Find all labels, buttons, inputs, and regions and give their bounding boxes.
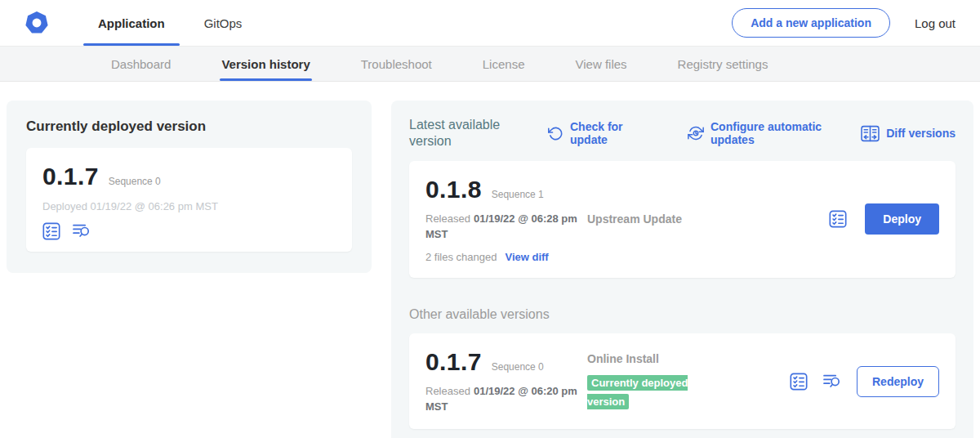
other-version-number: 0.1.7 bbox=[425, 348, 482, 376]
deployed-timestamp: Deployed 01/19/22 @ 06:26 pm MST bbox=[42, 200, 336, 212]
subnav-item-registry-settings[interactable]: Registry settings bbox=[671, 47, 775, 81]
subnav-label: Registry settings bbox=[678, 57, 768, 71]
app-subnav: Dashboard Version history Troubleshoot L… bbox=[0, 47, 980, 82]
available-panel-header: Latest available version Check for updat… bbox=[409, 117, 956, 150]
active-subnav-indicator bbox=[220, 78, 311, 81]
diff-versions-label: Diff versions bbox=[886, 127, 956, 140]
latest-version-info: 0.1.8 Sequence 1 Released01/19/22 @ 06:2… bbox=[425, 176, 587, 263]
subnav-label: Troubleshoot bbox=[361, 57, 432, 71]
subnav-item-view-files[interactable]: View files bbox=[568, 47, 633, 81]
other-version-actions: Redeploy bbox=[790, 366, 939, 397]
main-content: Currently deployed version 0.1.7 Sequenc… bbox=[0, 82, 980, 438]
subnav-label: View files bbox=[575, 57, 626, 71]
version-row: 0.1.8 Sequence 1 bbox=[425, 176, 587, 203]
release-notes-icon[interactable] bbox=[42, 222, 60, 240]
subnav-item-version-history[interactable]: Version history bbox=[215, 47, 316, 81]
latest-released-timestamp: Released01/19/22 @ 06:28 pm MST bbox=[425, 212, 581, 243]
other-versions-title: Other available versions bbox=[409, 307, 956, 322]
subnav-label: Dashboard bbox=[111, 57, 171, 71]
latest-version-actions: Deploy bbox=[829, 203, 939, 235]
version-row: 0.1.7 Sequence 0 bbox=[425, 348, 587, 376]
configure-auto-updates-label: Configure automatic updates bbox=[710, 120, 841, 146]
subnav-item-troubleshoot[interactable]: Troubleshoot bbox=[354, 47, 439, 81]
deployed-sequence-label: Sequence 0 bbox=[109, 176, 161, 187]
available-versions-panel: Latest available version Check for updat… bbox=[391, 101, 973, 438]
release-notes-icon[interactable] bbox=[829, 210, 847, 228]
install-type-label: Online Install bbox=[587, 352, 790, 365]
latest-version-number: 0.1.8 bbox=[425, 176, 482, 203]
latest-version-source: Upstream Update bbox=[587, 212, 829, 226]
rotate-ccw-icon bbox=[548, 126, 564, 141]
other-version-info: 0.1.7 Sequence 0 Released01/19/22 @ 06:2… bbox=[425, 348, 587, 415]
deployed-version-card: 0.1.7 Sequence 0 Deployed 01/19/22 @ 06:… bbox=[26, 148, 352, 252]
deployed-card-actions bbox=[42, 222, 336, 240]
latest-sequence-label: Sequence 1 bbox=[492, 189, 544, 200]
deployed-version-number: 0.1.7 bbox=[42, 163, 99, 190]
currently-deployed-badge: Currently deployed version bbox=[587, 375, 688, 409]
latest-available-title: Latest available version bbox=[409, 117, 538, 150]
view-logs-icon[interactable] bbox=[822, 373, 842, 390]
version-row: 0.1.7 Sequence 0 bbox=[42, 163, 336, 190]
active-tab-indicator bbox=[83, 43, 180, 46]
latest-version-card: 0.1.8 Sequence 1 Released01/19/22 @ 06:2… bbox=[409, 161, 956, 278]
released-prefix: Released bbox=[425, 212, 470, 225]
subnav-item-dashboard[interactable]: Dashboard bbox=[105, 47, 177, 81]
tab-gitops-label: GitOps bbox=[204, 16, 243, 30]
files-changed-label: 2 files changed bbox=[425, 251, 497, 263]
configure-auto-updates-link[interactable]: Configure automatic updates bbox=[688, 120, 841, 146]
currently-deployed-panel: Currently deployed version 0.1.7 Sequenc… bbox=[7, 101, 372, 273]
files-changed-row: 2 files changed View diff bbox=[425, 251, 587, 263]
release-notes-icon[interactable] bbox=[790, 373, 808, 391]
diff-versions-link[interactable]: Diff versions bbox=[861, 125, 956, 142]
tab-application-label: Application bbox=[98, 16, 165, 30]
subnav-item-license[interactable]: License bbox=[476, 47, 532, 81]
top-tabs: Application GitOps bbox=[78, 0, 261, 46]
diff-versions-icon bbox=[861, 125, 880, 142]
add-application-button[interactable]: Add a new application bbox=[732, 8, 890, 38]
check-for-update-label: Check for update bbox=[570, 120, 637, 146]
subnav-label: Version history bbox=[221, 57, 310, 71]
subnav-label: License bbox=[483, 57, 525, 71]
tab-application[interactable]: Application bbox=[78, 0, 185, 46]
released-prefix: Released bbox=[425, 385, 470, 397]
deploy-button[interactable]: Deploy bbox=[865, 203, 939, 235]
other-released-timestamp: Released01/19/22 @ 06:20 pm MST bbox=[425, 384, 581, 415]
app-logo-icon bbox=[24, 11, 49, 35]
topbar-right: Add a new application Log out bbox=[732, 8, 956, 38]
view-logs-icon[interactable] bbox=[72, 222, 91, 240]
tab-gitops[interactable]: GitOps bbox=[185, 0, 262, 46]
check-for-update-link[interactable]: Check for update bbox=[548, 120, 637, 146]
view-diff-link[interactable]: View diff bbox=[505, 251, 548, 263]
topbar: Application GitOps Add a new application… bbox=[0, 0, 980, 47]
other-version-source: Online Install Currently deployed versio… bbox=[587, 352, 790, 411]
deployed-panel-title: Currently deployed version bbox=[26, 118, 352, 135]
refresh-clock-icon bbox=[688, 125, 704, 141]
logout-link[interactable]: Log out bbox=[915, 16, 956, 30]
other-sequence-label: Sequence 0 bbox=[492, 361, 544, 373]
other-version-card: 0.1.7 Sequence 0 Released01/19/22 @ 06:2… bbox=[409, 333, 956, 430]
deployed-badge-wrap: Currently deployed version bbox=[587, 373, 711, 411]
redeploy-button[interactable]: Redeploy bbox=[857, 366, 939, 397]
